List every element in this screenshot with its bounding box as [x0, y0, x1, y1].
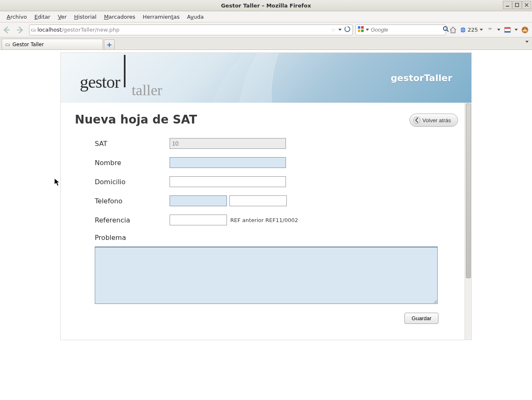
- arrow-left-icon: [413, 116, 421, 124]
- menu-editar[interactable]: Editar: [31, 12, 54, 21]
- domicilio-label: Domicilio: [95, 178, 170, 186]
- toolbar-extension-icon-1[interactable]: [485, 25, 495, 35]
- svg-rect-1: [515, 3, 519, 7]
- menu-marcadores[interactable]: Marcadores: [101, 12, 138, 21]
- nombre-input[interactable]: [170, 157, 286, 168]
- telefono-input-1[interactable]: [170, 195, 227, 206]
- app-container: gestor taller gestorTaller Nueva hoja de…: [60, 52, 472, 340]
- search-engine-icon[interactable]: [357, 26, 364, 34]
- row-domicilio: Domicilio: [95, 176, 457, 187]
- bookmark-star-icon[interactable]: ☆: [331, 27, 336, 33]
- window-controls: [503, 1, 531, 9]
- row-referencia: Referencia REF anterior REF11/0002: [95, 215, 457, 225]
- nombre-label: Nombre: [95, 159, 170, 167]
- sat-label: SAT: [95, 140, 170, 148]
- svg-rect-4: [358, 30, 360, 32]
- problema-label: Problema: [95, 234, 457, 242]
- app-body: Nueva hoja de SAT Volver atrás SAT Nombr…: [61, 103, 471, 340]
- svg-rect-3: [361, 26, 364, 29]
- url-text[interactable]: localhost/gestorTaller/new.php: [37, 27, 330, 33]
- guardar-button[interactable]: Guardar: [404, 313, 438, 324]
- globe-icon: [460, 27, 466, 33]
- svg-rect-11: [505, 31, 510, 32]
- brand-text: gestorTaller: [391, 73, 452, 83]
- forward-nav-icon[interactable]: [16, 25, 27, 35]
- scrollbar-thumb[interactable]: [466, 104, 471, 278]
- menu-ver[interactable]: Ver: [54, 12, 70, 21]
- row-nombre: Nombre: [95, 157, 457, 168]
- site-identity-icon[interactable]: Gt: [31, 27, 36, 32]
- svg-point-15: [526, 28, 527, 29]
- referencia-helper: REF anterior REF11/0002: [230, 217, 298, 223]
- forecast-dropdown-icon[interactable]: [480, 29, 483, 31]
- sat-form: SAT Nombre Domicilio Telefono: [95, 138, 457, 324]
- tab-favicon: Gt: [5, 42, 10, 47]
- back-nav-icon[interactable]: [2, 25, 13, 35]
- tabs-overflow-dropdown-icon[interactable]: [525, 41, 529, 43]
- inner-scrollbar[interactable]: [465, 103, 471, 340]
- svg-rect-0: [506, 6, 509, 7]
- toolbar-extension-icon-2[interactable]: [503, 25, 512, 35]
- forecast-count: 225: [468, 27, 478, 33]
- new-tab-button[interactable]: [104, 40, 115, 49]
- submit-row: Guardar: [95, 313, 438, 324]
- referencia-label: Referencia: [95, 216, 170, 224]
- problema-textarea[interactable]: [95, 247, 438, 304]
- back-button[interactable]: Volver atrás: [409, 114, 458, 127]
- tab-label: Gestor Taller: [12, 42, 44, 47]
- maximize-button[interactable]: [512, 1, 522, 9]
- sat-input: [170, 138, 286, 149]
- svg-rect-2: [358, 26, 360, 29]
- toolbar-monkey-icon[interactable]: [520, 25, 530, 35]
- search-input[interactable]: [371, 27, 441, 33]
- page-viewport: gestor taller gestorTaller Nueva hoja de…: [0, 50, 532, 400]
- menu-historial[interactable]: Historial: [71, 12, 100, 21]
- row-telefono: Telefono: [95, 195, 457, 206]
- window-title: Gestor Taller – Mozilla Firefox: [221, 2, 311, 9]
- app-header: gestor taller gestorTaller: [61, 53, 471, 103]
- telefono-label: Telefono: [95, 197, 170, 205]
- close-button[interactable]: [522, 1, 531, 9]
- logo-text-1: gestor: [80, 72, 120, 92]
- back-button-label: Volver atrás: [422, 117, 451, 123]
- svg-point-16: [414, 117, 420, 123]
- telefono-input-2[interactable]: [229, 195, 287, 206]
- referencia-input[interactable]: [170, 215, 227, 225]
- svg-rect-5: [361, 30, 364, 32]
- plus-icon: [107, 42, 112, 47]
- url-history-dropdown-icon[interactable]: [338, 29, 342, 31]
- home-icon[interactable]: [448, 25, 458, 35]
- nav-toolbar: Gt localhost/gestorTaller/new.php ☆ 225: [0, 22, 532, 37]
- window-titlebar: Gestor Taller – Mozilla Firefox: [0, 0, 532, 11]
- row-problema: Problema: [95, 234, 457, 305]
- minimize-button[interactable]: [503, 1, 512, 9]
- tabs-row: Gt Gestor Taller: [0, 37, 532, 50]
- reload-icon[interactable]: [344, 26, 351, 34]
- logo-text-2: taller: [132, 81, 163, 99]
- menu-archivo[interactable]: Archivo: [3, 12, 30, 21]
- svg-rect-10: [505, 27, 510, 29]
- page-title: Nueva hoja de SAT: [75, 113, 457, 126]
- svg-point-14: [523, 28, 524, 29]
- row-sat: SAT: [95, 138, 457, 149]
- toolbar-ext2-dropdown-icon[interactable]: [515, 29, 518, 31]
- menu-ayuda[interactable]: Ayuda: [184, 12, 207, 21]
- tab-active[interactable]: Gt Gestor Taller: [2, 39, 103, 49]
- svg-point-6: [443, 27, 447, 30]
- forecast-indicator[interactable]: 225: [460, 27, 483, 33]
- url-bar[interactable]: Gt localhost/gestorTaller/new.php ☆: [29, 25, 353, 35]
- search-bar[interactable]: [355, 25, 446, 35]
- menu-bar: Archivo Editar Ver Historial Marcadores …: [0, 11, 532, 22]
- menu-herramientas[interactable]: Herramientas: [140, 12, 183, 21]
- toolbar-ext1-dropdown-icon[interactable]: [497, 29, 500, 31]
- domicilio-input[interactable]: [170, 176, 286, 187]
- search-engine-dropdown-icon[interactable]: [366, 29, 369, 31]
- app-logo: gestor taller: [80, 64, 163, 92]
